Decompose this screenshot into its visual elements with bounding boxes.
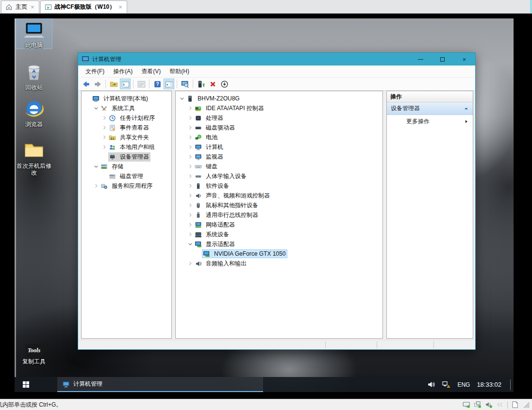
resize-grip-icon[interactable]	[522, 401, 530, 409]
tree-item[interactable]: NVIDIA GeForce GTX 1050	[176, 249, 382, 259]
chevron-right-icon[interactable]	[186, 261, 194, 266]
tree-item[interactable]: 计算机管理(本地)	[82, 94, 171, 103]
tree-item[interactable]: 声音、视频和游戏控制器	[176, 191, 382, 200]
tree-item[interactable]: 本地用户和组	[82, 142, 171, 152]
tree-item[interactable]: 服务和应用程序	[82, 181, 171, 191]
menu-item-1[interactable]: 文件(F)	[81, 66, 109, 77]
chevron-right-icon[interactable]	[186, 202, 194, 208]
tree-item[interactable]: 软件设备	[176, 181, 382, 191]
desktop-icon-2[interactable]: 回收站	[16, 61, 52, 91]
tree-item[interactable]: 处理器	[176, 113, 382, 123]
tree-item[interactable]: 系统工具	[82, 103, 171, 113]
properties-icon	[137, 80, 146, 88]
desktop-icon-1[interactable]: 此电脑	[16, 18, 52, 49]
forward-button[interactable]	[92, 79, 103, 89]
chevron-right-icon[interactable]	[186, 231, 194, 237]
taskbar-clock[interactable]: 18:33:02	[477, 381, 501, 388]
chevron-right-icon[interactable]	[186, 144, 194, 150]
tab-close-icon[interactable]: ×	[30, 3, 35, 11]
tree-item[interactable]: 键盘	[176, 162, 382, 171]
help-button[interactable]: ?	[152, 79, 163, 89]
chevron-right-icon[interactable]	[100, 115, 108, 121]
tree-item[interactable]: 任务计划程序	[82, 113, 171, 123]
console-tree-button[interactable]	[120, 79, 131, 89]
back-button[interactable]	[81, 79, 91, 89]
folder-arrow-button[interactable]	[108, 79, 119, 89]
minimize-button[interactable]	[410, 53, 432, 66]
chevron-right-icon[interactable]	[100, 144, 108, 150]
chevron-right-icon[interactable]	[186, 183, 194, 189]
chevron-right-icon[interactable]	[92, 183, 100, 189]
properties-button[interactable]	[136, 79, 147, 89]
action-pane-button[interactable]	[164, 79, 174, 89]
chevron-right-icon[interactable]	[186, 115, 194, 121]
chevron-right-icon[interactable]	[186, 105, 194, 111]
chevron-right-icon[interactable]	[186, 125, 194, 131]
tab-close-icon[interactable]: ×	[118, 3, 123, 11]
tree-item[interactable]: 显示适配器	[176, 239, 382, 249]
chevron-right-icon[interactable]	[186, 154, 194, 160]
desktop-icon-3[interactable]: 浏览器	[16, 98, 52, 128]
close-button[interactable]: ×	[453, 53, 475, 66]
tree-item[interactable]: 磁盘驱动器	[176, 123, 382, 132]
chevron-right-icon[interactable]	[186, 134, 194, 140]
tree-item[interactable]: 电池	[176, 132, 382, 142]
folder-arrow-icon	[110, 80, 118, 88]
menu-item-2[interactable]: 操作(A)	[109, 66, 137, 77]
chevron-right-icon[interactable]	[186, 222, 194, 228]
tree-item[interactable]: 鼠标和其他指针设备	[176, 200, 382, 210]
chevron-right-icon[interactable]	[186, 164, 194, 169]
tree-item[interactable]: 磁盘管理	[82, 171, 171, 181]
remote-audio-status-icon[interactable]	[485, 401, 493, 409]
tree-item[interactable]: 通用串行总线控制器	[176, 210, 382, 220]
desktop-icon-4[interactable]: 首次开机后修改	[16, 140, 52, 176]
browser-tab[interactable]: 主页×	[1, 0, 39, 13]
menu-item-3[interactable]: 查看(V)	[137, 66, 165, 77]
remote-display-status-icon[interactable]	[463, 401, 470, 409]
console-tree-pane[interactable]: 计算机管理(本地)系统工具任务计划程序事件查看器共享文件夹本地用户和组设备管理器…	[81, 91, 172, 339]
device-tree-pane[interactable]: BHVM-Z2OU8GIDE ATA/ATAPI 控制器处理器磁盘驱动器电池计算…	[175, 91, 383, 339]
tree-item[interactable]: 音频输入和输出	[176, 259, 382, 268]
chevron-right-icon[interactable]	[100, 125, 108, 131]
tree-item[interactable]: 设备管理器	[82, 152, 171, 162]
update-driver-button[interactable]	[196, 79, 206, 89]
scan-button[interactable]	[180, 79, 190, 89]
network-warning-icon[interactable]	[442, 380, 450, 389]
tree-item[interactable]: 存储	[82, 162, 171, 171]
note-icon[interactable]	[511, 401, 519, 409]
tree-item[interactable]: 事件查看器	[82, 123, 171, 132]
start-button[interactable]	[15, 377, 37, 392]
collapse-up-icon[interactable]	[464, 106, 469, 111]
tree-item[interactable]: 网络适配器	[176, 220, 382, 230]
chevron-down-icon[interactable]	[92, 164, 100, 169]
more-actions-item[interactable]: 更多操作	[387, 115, 473, 128]
tree-item[interactable]: BHVM-Z2OU8G	[176, 94, 382, 103]
tree-item[interactable]: 共享文件夹	[82, 132, 171, 142]
tree-item[interactable]: 人体学输入设备	[176, 171, 382, 181]
remote-network-status-icon[interactable]	[474, 401, 482, 409]
chevron-down-icon[interactable]	[186, 241, 194, 247]
language-indicator[interactable]: ENG	[457, 381, 470, 388]
maximize-button[interactable]	[432, 53, 453, 66]
sound-controller-icon	[194, 192, 202, 199]
tree-item[interactable]: 计算机	[176, 142, 382, 152]
chevron-right-icon[interactable]	[186, 193, 194, 198]
taskbar-task-computer-management[interactable]: 计算机管理	[57, 377, 263, 392]
menu-item-4[interactable]: 帮助(H)	[165, 66, 194, 77]
actions-group-device-manager[interactable]: 设备管理器	[387, 102, 473, 115]
tree-item[interactable]: 监视器	[176, 152, 382, 162]
chevron-down-icon[interactable]	[92, 105, 100, 111]
tree-item[interactable]: 系统设备	[176, 230, 382, 239]
show-desktop-button[interactable]	[510, 379, 511, 390]
desktop-icon-5[interactable]: Tools复制工具	[16, 340, 52, 365]
browser-tab[interactable]: 战神CF极致版（W10）×	[40, 0, 127, 13]
disable-button[interactable]	[219, 79, 230, 89]
chevron-down-icon[interactable]	[178, 96, 186, 101]
tree-item[interactable]: IDE ATA/ATAPI 控制器	[176, 103, 382, 113]
chevron-right-icon[interactable]	[186, 212, 194, 218]
chevron-right-icon[interactable]	[186, 173, 194, 179]
uninstall-button[interactable]	[207, 79, 218, 89]
window-titlebar[interactable]: 计算机管理 ×	[78, 53, 475, 66]
volume-icon[interactable]	[427, 380, 435, 389]
chevron-right-icon[interactable]	[100, 134, 108, 140]
